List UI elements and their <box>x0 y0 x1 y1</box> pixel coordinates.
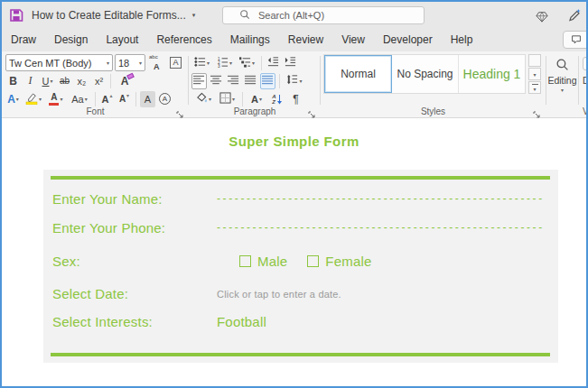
clear-formatting-icon: A <box>121 75 129 88</box>
sort-button[interactable]: AZ <box>268 91 286 107</box>
change-case-button[interactable]: Aa ▾ <box>68 91 91 107</box>
multilevel-list-icon <box>239 56 251 69</box>
search-input[interactable]: Search (Alt+Q) <box>222 6 425 24</box>
clear-formatting-button[interactable]: A <box>115 73 135 89</box>
document-heading[interactable]: Super Simple Form <box>2 134 586 149</box>
styles-gallery: Normal No Spacing Heading 1 <box>323 54 526 94</box>
chevron-down-icon: ▾ <box>50 79 52 84</box>
editing-group[interactable]: Editing ▾ <box>547 51 577 117</box>
document-title-menu[interactable]: How to Create Editable Forms... ▾ <box>32 2 195 29</box>
chevron-down-icon: ▾ <box>39 97 42 102</box>
tab-help[interactable]: Help <box>442 29 482 51</box>
tab-references[interactable]: References <box>147 29 220 51</box>
form-row-interests: Select Interests: Football <box>43 314 558 330</box>
borders-button[interactable]: ▾ <box>216 91 238 107</box>
font-group-label: Font <box>4 106 187 116</box>
underline-button[interactable]: U ▾ <box>40 73 55 89</box>
ink-pen-icon[interactable] <box>567 8 582 26</box>
italic-button[interactable]: I <box>23 73 38 89</box>
name-field-label: Enter Your Name: <box>52 191 163 207</box>
multilevel-list-button[interactable]: ▾ <box>237 55 257 71</box>
line-spacing-button[interactable]: ▾ <box>284 73 305 89</box>
style-no-spacing[interactable]: No Spacing <box>392 55 459 93</box>
female-checkbox[interactable] <box>307 255 319 267</box>
chevron-down-icon: ▾ <box>16 97 19 102</box>
male-checkbox[interactable] <box>239 255 251 267</box>
interests-dropdown-field[interactable]: Football <box>217 314 266 329</box>
shading-button[interactable]: ▾ <box>191 91 214 107</box>
gallery-scroll-up-button[interactable] <box>528 54 541 67</box>
shrink-font-button[interactable]: A ▾ <box>117 91 132 107</box>
interests-field-label: Select Interests: <box>52 314 153 329</box>
enclose-characters-button[interactable]: A <box>157 91 173 107</box>
gallery-scroll-down-button[interactable]: ▾ <box>528 68 541 80</box>
text-effects-button[interactable]: A ▾ <box>5 91 21 107</box>
increase-indent-button[interactable] <box>283 55 298 71</box>
tab-layout[interactable]: Layout <box>97 29 147 51</box>
character-border-button[interactable]: A <box>168 55 183 71</box>
sex-field-label: Sex: <box>52 254 80 269</box>
comments-button[interactable]: Comments <box>563 31 588 49</box>
name-input-field[interactable]: ----------------------------------------… <box>217 192 545 205</box>
phone-field-label: Enter Your Phone: <box>52 220 165 236</box>
font-name-select[interactable]: Tw Cen MT (Body) ▾ <box>5 54 113 71</box>
tab-developer[interactable]: Developer <box>374 29 442 51</box>
save-icon[interactable] <box>9 8 23 23</box>
chevron-down-icon: ▾ <box>107 60 109 66</box>
character-shading-button[interactable]: A <box>140 91 155 107</box>
group-divider <box>578 56 579 105</box>
align-left-button[interactable] <box>191 73 207 89</box>
dictate-button[interactable]: Dictate <box>583 75 588 86</box>
font-size-select[interactable]: 18 ▾ <box>115 54 145 71</box>
superscript-button[interactable]: x² <box>91 73 107 89</box>
sort-arrow-icon <box>276 94 283 105</box>
paragraph-dialog-launcher[interactable] <box>308 106 316 115</box>
styles-group: Normal No Spacing Heading 1 ▾ ▾ Styles <box>322 51 544 117</box>
style-heading-1[interactable]: Heading 1 <box>459 55 525 93</box>
style-normal[interactable]: Normal <box>324 55 392 93</box>
chevron-down-icon: ▾ <box>232 97 235 102</box>
phonetic-guide-button[interactable]: abc A <box>147 55 166 71</box>
decrease-indent-button[interactable] <box>266 55 281 71</box>
numbering-button[interactable]: 123 ▾ <box>214 55 235 71</box>
grow-font-button[interactable]: A ▴ <box>99 91 115 107</box>
female-option-label: Female <box>325 254 371 269</box>
show-formatting-marks-button[interactable]: ¶ <box>288 91 303 107</box>
tab-mailings[interactable]: Mailings <box>221 29 279 51</box>
phonetic-guide-icon: abc A <box>149 56 164 69</box>
bullets-button[interactable]: ▾ <box>191 55 212 71</box>
ribbon: Tw Cen MT (Body) ▾ 18 ▾ abc A A <box>2 51 586 118</box>
tab-view[interactable]: View <box>332 29 374 51</box>
gallery-more-button[interactable]: ▾ <box>528 81 541 94</box>
styles-dialog-launcher[interactable] <box>533 106 541 115</box>
strikethrough-button[interactable]: ab <box>57 73 72 89</box>
font-dialog-launcher[interactable] <box>176 106 184 115</box>
bold-button[interactable]: B <box>5 73 21 89</box>
ribbon-tab-bar: DrawDesignLayoutReferencesMailingsReview… <box>2 29 586 51</box>
form-row-sex: Sex: Male Female <box>43 254 558 270</box>
tab-design[interactable]: Design <box>45 29 97 51</box>
document-canvas[interactable]: Super Simple Form Enter Your Name: -----… <box>2 119 586 386</box>
align-right-button[interactable] <box>226 73 241 89</box>
subscript-button[interactable]: x₂ <box>74 73 89 89</box>
date-picker-field[interactable]: Click or tap to enter a date. <box>217 289 341 300</box>
chevron-down-icon: ▾ <box>85 97 88 102</box>
distribute-button[interactable] <box>260 73 275 89</box>
phone-input-field[interactable]: ----------------------------------------… <box>217 221 545 234</box>
voice-group-label: Voice <box>583 106 588 116</box>
font-group: Tw Cen MT (Body) ▾ 18 ▾ abc A A <box>4 51 187 117</box>
tab-draw[interactable]: Draw <box>2 29 45 51</box>
date-field-label: Select Date: <box>52 286 128 301</box>
text-highlight-button[interactable]: ▾ <box>23 91 44 107</box>
font-name-value: Tw Cen MT (Body) <box>9 58 106 69</box>
asian-layout-button[interactable]: A ▾ <box>247 91 266 107</box>
gem-icon[interactable] <box>536 10 548 26</box>
font-color-button[interactable]: A ▾ <box>46 91 66 107</box>
chevron-down-icon: ▾ <box>60 97 62 102</box>
align-center-button[interactable] <box>209 73 224 89</box>
tab-review[interactable]: Review <box>279 29 332 51</box>
chevron-down-icon: ▾ <box>259 97 262 102</box>
justify-button[interactable] <box>243 73 258 89</box>
chevron-down-icon: ▾ <box>192 12 196 19</box>
font-size-value: 18 <box>118 58 138 69</box>
